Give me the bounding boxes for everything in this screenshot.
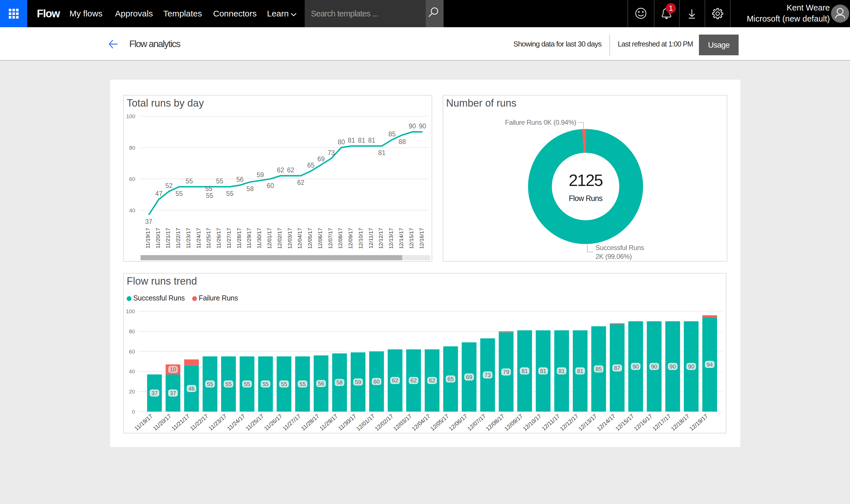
svg-text:11/28/17: 11/28/17	[300, 413, 320, 432]
svg-text:12/02/17: 12/02/17	[374, 413, 394, 432]
svg-text:90: 90	[409, 123, 416, 130]
svg-text:12/18/17: 12/18/17	[670, 413, 690, 432]
svg-text:55: 55	[186, 177, 193, 185]
svg-text:12/06/17: 12/06/17	[317, 228, 323, 249]
svg-text:79: 79	[503, 369, 509, 375]
svg-text:40: 40	[129, 208, 135, 213]
svg-text:62: 62	[287, 166, 294, 174]
svg-text:81: 81	[540, 368, 546, 374]
svg-text:80: 80	[129, 328, 135, 335]
svg-text:100: 100	[126, 308, 135, 314]
svg-text:62: 62	[297, 179, 304, 186]
svg-text:12/09/17: 12/09/17	[503, 413, 524, 432]
svg-text:12/11/17: 12/11/17	[368, 228, 374, 249]
svg-text:11/22/17: 11/22/17	[175, 228, 181, 249]
svg-text:81: 81	[368, 137, 376, 144]
svg-text:11/25/17: 11/25/17	[244, 413, 265, 432]
svg-text:80: 80	[338, 138, 345, 146]
svg-text:12/05/17: 12/05/17	[429, 413, 450, 432]
svg-text:81: 81	[522, 368, 528, 374]
svg-text:55: 55	[225, 381, 232, 387]
svg-text:12/12/17: 12/12/17	[559, 413, 579, 432]
svg-text:62: 62	[429, 377, 435, 383]
svg-text:12/05/17: 12/05/17	[307, 228, 313, 249]
svg-text:56: 56	[318, 380, 324, 386]
svg-text:69: 69	[318, 155, 325, 163]
svg-text:11/26/17: 11/26/17	[216, 228, 222, 249]
svg-text:37: 37	[151, 390, 158, 396]
svg-text:90: 90	[419, 123, 426, 130]
svg-text:12/12/17: 12/12/17	[378, 228, 384, 249]
svg-text:88: 88	[398, 138, 406, 145]
svg-text:12/15/17: 12/15/17	[614, 413, 635, 432]
svg-text:62: 62	[277, 166, 284, 174]
svg-text:11/20/17: 11/20/17	[155, 228, 161, 249]
svg-text:11/25/17: 11/25/17	[205, 228, 212, 249]
svg-text:12/07/17: 12/07/17	[466, 413, 487, 432]
svg-text:2125: 2125	[568, 171, 602, 190]
svg-text:90: 90	[651, 363, 657, 370]
svg-text:12/06/17: 12/06/17	[448, 413, 469, 432]
svg-text:12/08/17: 12/08/17	[485, 413, 505, 432]
svg-text:60: 60	[373, 378, 380, 385]
svg-text:11/26/17: 11/26/17	[263, 413, 284, 432]
svg-text:11/21/17: 11/21/17	[165, 228, 171, 249]
svg-text:40: 40	[129, 368, 135, 375]
svg-text:55: 55	[216, 177, 223, 185]
svg-text:55: 55	[281, 381, 287, 387]
svg-text:11/27/17: 11/27/17	[282, 413, 302, 432]
svg-text:55: 55	[176, 190, 183, 197]
svg-text:11/19/17: 11/19/17	[145, 228, 151, 249]
svg-text:62: 62	[392, 377, 398, 383]
svg-text:12/08/17: 12/08/17	[337, 228, 343, 249]
svg-text:55: 55	[263, 381, 269, 387]
svg-text:12/14/17: 12/14/17	[596, 413, 616, 432]
svg-text:11/23/17: 11/23/17	[185, 228, 191, 249]
svg-text:11/28/17: 11/28/17	[236, 228, 242, 249]
svg-text:62: 62	[411, 377, 417, 383]
svg-text:12/11/17: 12/11/17	[541, 413, 561, 432]
svg-text:12/03/17: 12/03/17	[287, 228, 293, 249]
svg-text:12/03/17: 12/03/17	[392, 413, 413, 432]
svg-text:Successful Runs: Successful Runs	[596, 244, 644, 251]
svg-text:12/19/17: 12/19/17	[688, 413, 709, 432]
svg-text:2K (99.06%): 2K (99.06%)	[596, 253, 632, 260]
svg-text:11/20/17: 11/20/17	[152, 413, 172, 432]
svg-text:12/13/17: 12/13/17	[388, 228, 394, 249]
svg-text:37: 37	[170, 390, 176, 396]
svg-text:12/17/17: 12/17/17	[651, 413, 672, 432]
svg-text:90: 90	[633, 363, 639, 370]
svg-text:60: 60	[267, 182, 274, 190]
svg-text:55: 55	[226, 190, 234, 197]
svg-text:12/16/17: 12/16/17	[419, 228, 424, 249]
svg-text:69: 69	[466, 374, 472, 380]
svg-text:56: 56	[236, 176, 244, 183]
svg-text:60: 60	[129, 349, 135, 355]
svg-text:11/29/17: 11/29/17	[319, 413, 339, 432]
svg-text:Flow Runs: Flow Runs	[569, 194, 602, 203]
svg-text:85: 85	[388, 130, 396, 138]
svg-text:55: 55	[205, 185, 213, 193]
svg-text:60: 60	[129, 176, 135, 182]
svg-text:12/14/17: 12/14/17	[398, 228, 404, 249]
svg-text:12/13/17: 12/13/17	[577, 413, 598, 432]
svg-text:11/24/17: 11/24/17	[226, 413, 246, 432]
svg-text:12/15/17: 12/15/17	[409, 228, 414, 249]
svg-text:Failure Runs 0K (0.94%): Failure Runs 0K (0.94%)	[505, 119, 576, 126]
svg-text:11/22/17: 11/22/17	[189, 413, 209, 432]
svg-text:12/01/17: 12/01/17	[267, 228, 272, 249]
svg-text:47: 47	[155, 190, 163, 197]
svg-text:0: 0	[132, 409, 135, 415]
svg-text:11/30/17: 11/30/17	[337, 413, 357, 432]
svg-text:80: 80	[129, 145, 135, 151]
svg-text:59: 59	[256, 171, 264, 179]
svg-text:100: 100	[126, 113, 135, 119]
svg-text:12/04/17: 12/04/17	[297, 228, 303, 249]
svg-text:11/23/17: 11/23/17	[207, 413, 228, 432]
svg-text:37: 37	[145, 218, 152, 226]
svg-text:81: 81	[558, 368, 565, 374]
svg-text:85: 85	[596, 366, 602, 372]
svg-text:11/24/17: 11/24/17	[196, 228, 201, 249]
svg-text:52: 52	[165, 182, 173, 190]
svg-text:55: 55	[206, 192, 213, 199]
